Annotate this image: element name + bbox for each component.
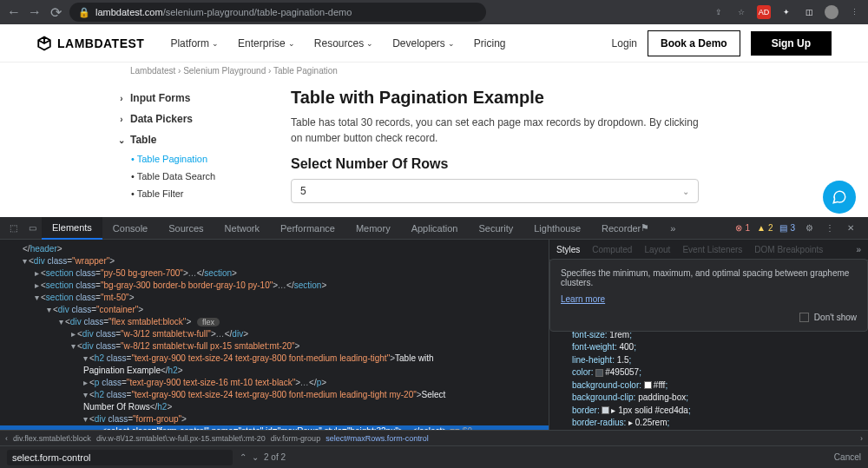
select-label: Select Number Of Rows <box>291 156 851 172</box>
nav-developers[interactable]: Developers ⌄ <box>392 37 455 49</box>
gear-icon[interactable]: ⚙ <box>802 221 816 235</box>
sidebar-sub-table-filter[interactable]: • Table Filter <box>117 185 273 202</box>
select-value: 5 <box>300 185 306 197</box>
find-count: 2 of 2 <box>264 452 286 462</box>
tab-recorder[interactable]: Recorder ⚑ <box>591 217 660 240</box>
dont-show-checkbox[interactable] <box>799 313 809 322</box>
tab-sources[interactable]: Sources <box>158 217 214 240</box>
styles-tab-styles[interactable]: Styles <box>556 245 580 254</box>
brand-logo[interactable]: LAMBDATEST <box>36 36 144 51</box>
chat-icon <box>832 189 847 205</box>
find-input[interactable] <box>7 450 233 465</box>
tab-application[interactable]: Application <box>401 217 469 240</box>
top-nav: LAMBDATEST Platform ⌄ Enterprise ⌄ Resou… <box>0 24 868 63</box>
window-icon[interactable]: ◫ <box>802 5 816 19</box>
crumb-next[interactable]: › <box>860 434 863 443</box>
chevron-right-icon: › <box>117 115 126 124</box>
breadcrumb: Lambdatest › Selenium Playground › Table… <box>0 63 868 79</box>
close-icon[interactable]: ✕ <box>844 221 858 235</box>
adblock-icon[interactable]: AD <box>757 5 771 19</box>
chevron-down-icon: ⌄ <box>682 187 689 196</box>
brand-text: LAMBDATEST <box>57 36 144 50</box>
login-link[interactable]: Login <box>612 37 637 49</box>
styles-panel: Styles Computed Layout Event Listeners D… <box>549 240 868 430</box>
rows-select[interactable]: 5 ⌄ <box>291 179 699 203</box>
crumb-item[interactable]: div.flex.smtablet\:block <box>13 434 91 443</box>
chevron-right-icon: › <box>117 94 126 103</box>
find-next[interactable]: ⌄ <box>252 452 259 462</box>
devtools-tabs: ⬚ ▭ Elements Console Sources Network Per… <box>0 217 868 240</box>
info-badge[interactable]: ▤3 <box>779 223 795 233</box>
nav-pricing[interactable]: Pricing <box>474 37 506 49</box>
share-icon[interactable]: ⇪ <box>712 5 726 19</box>
tab-memory[interactable]: Memory <box>345 217 401 240</box>
reload-icon[interactable]: ⟳ <box>49 5 62 19</box>
tooltip-text: Specifies the minimum, maximum, and opti… <box>561 268 857 287</box>
crumb-item[interactable]: div.form-group <box>271 434 320 443</box>
styles-tab-dom[interactable]: DOM Breakpoints <box>754 245 823 254</box>
sidebar: ›Input Forms ›Data Pickers ⌄Table • Tabl… <box>117 88 273 203</box>
chat-fab[interactable] <box>823 181 856 214</box>
url-path: /selenium-playground/table-pagination-de… <box>163 7 352 17</box>
nav-resources[interactable]: Resources ⌄ <box>314 37 373 49</box>
avatar-icon[interactable] <box>825 5 838 19</box>
main-content: Table with Pagination Example Table has … <box>273 88 868 203</box>
chevron-down-icon: ⌄ <box>117 135 126 145</box>
sidebar-item-table[interactable]: ⌄Table <box>117 129 273 150</box>
page-title: Table with Pagination Example <box>291 88 851 108</box>
learn-more-link[interactable]: Learn more <box>561 294 605 304</box>
extension-icons: ⇪ ☆ AD ✦ ◫ ⋮ <box>712 5 861 19</box>
crumb-item-active[interactable]: select#maxRows.form-control <box>326 434 429 443</box>
signup-button[interactable]: Sign Up <box>751 31 832 56</box>
back-icon[interactable]: ← <box>7 5 21 19</box>
styles-tab-events[interactable]: Event Listeners <box>682 245 742 254</box>
puzzle-icon[interactable]: ✦ <box>779 5 793 19</box>
sidebar-sub-table-search[interactable]: • Table Data Search <box>117 168 273 185</box>
crumb-item[interactable]: div.w-8\/12.smtablet\:w-full.px-15.smtab… <box>96 434 266 443</box>
sidebar-sub-table-pagination[interactable]: • Table Pagination <box>117 150 273 168</box>
nav-right: Login Book a Demo Sign Up <box>612 30 832 56</box>
tab-elements[interactable]: Elements <box>42 217 102 240</box>
dom-tree[interactable]: </header> ▾<div class="wrapper"> ▸<secti… <box>0 240 549 430</box>
page-content: LAMBDATEST Platform ⌄ Enterprise ⌄ Resou… <box>0 24 868 217</box>
dots-icon[interactable]: ⋮ <box>823 221 837 235</box>
url-domain: lambdatest.com <box>95 7 163 17</box>
forward-icon[interactable]: → <box>28 5 42 19</box>
tab-lighthouse[interactable]: Lighthouse <box>523 217 591 240</box>
page-description: Table has total 30 records, you can set … <box>291 115 699 146</box>
sidebar-item-input-forms[interactable]: ›Input Forms <box>117 88 273 109</box>
tab-network[interactable]: Network <box>214 217 270 240</box>
book-demo-button[interactable]: Book a Demo <box>648 30 740 56</box>
find-prev[interactable]: ⌃ <box>240 452 247 462</box>
browser-toolbar: ← → ⟳ 🔒 lambdatest.com /selenium-playgro… <box>0 0 868 24</box>
styles-tab-layout[interactable]: Layout <box>644 245 670 254</box>
crumb-prev[interactable]: ‹ <box>5 434 8 443</box>
star-icon[interactable]: ☆ <box>734 5 748 19</box>
nav-enterprise[interactable]: Enterprise ⌄ <box>238 37 295 49</box>
inspect-icon[interactable]: ⬚ <box>3 221 23 235</box>
tab-security[interactable]: Security <box>468 217 523 240</box>
warning-badge[interactable]: ▲2 <box>757 223 773 233</box>
find-bar: ⌃ ⌄ 2 of 2 Cancel <box>0 445 868 468</box>
dom-breadcrumb: ‹ div.flex.smtablet\:block div.w-8\/12.s… <box>0 430 868 445</box>
error-badge[interactable]: ⊗1 <box>735 223 750 233</box>
sidebar-item-data-pickers[interactable]: ›Data Pickers <box>117 109 273 129</box>
tab-more[interactable]: » <box>660 217 686 240</box>
nav-platform[interactable]: Platform ⌄ <box>170 37 219 49</box>
menu-icon[interactable]: ⋮ <box>847 5 861 19</box>
device-icon[interactable]: ▭ <box>23 221 42 235</box>
nav-links: Platform ⌄ Enterprise ⌄ Resources ⌄ Deve… <box>170 37 505 49</box>
tab-performance[interactable]: Performance <box>270 217 345 240</box>
styles-tabs: Styles Computed Layout Event Listeners D… <box>549 240 868 260</box>
lock-icon: 🔒 <box>78 7 90 18</box>
css-tooltip: Specifies the minimum, maximum, and opti… <box>549 259 868 332</box>
styles-tab-computed[interactable]: Computed <box>592 245 632 254</box>
brand-icon <box>36 36 52 51</box>
url-bar[interactable]: 🔒 lambdatest.com /selenium-playground/ta… <box>69 3 486 22</box>
cancel-button[interactable]: Cancel <box>834 452 861 462</box>
devtools: ⬚ ▭ Elements Console Sources Network Per… <box>0 217 868 468</box>
tab-console[interactable]: Console <box>102 217 158 240</box>
